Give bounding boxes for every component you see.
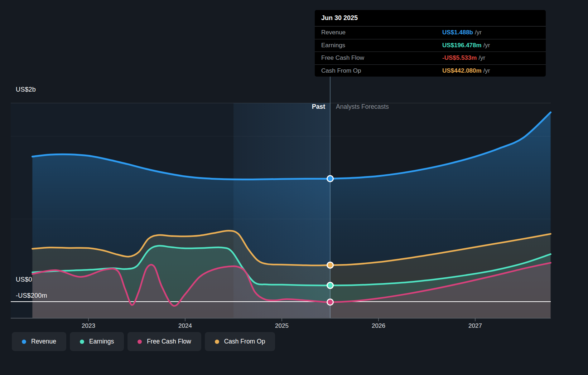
- earnings-legend-dot-icon: [80, 340, 84, 344]
- tooltip-row-earnings: Earnings US$196.478m/yr: [315, 39, 546, 52]
- legend-label-cash-from-op: Cash From Op: [224, 338, 265, 345]
- earnings-revenue-growth-chart: US$2b US$0 -US$200m Past Analysts Foreca…: [0, 0, 588, 375]
- legend-item-earnings[interactable]: Earnings: [70, 332, 124, 351]
- tooltip-unit-earnings: /yr: [483, 42, 490, 49]
- tooltip-label-earnings: Earnings: [321, 42, 345, 49]
- tooltip-unit-revenue: /yr: [475, 29, 482, 36]
- past-label: Past: [312, 103, 325, 111]
- x-axis-label-2024: 2024: [171, 322, 199, 330]
- y-axis-label-2b: US$2b: [16, 86, 36, 93]
- cash-from-op-legend-dot-icon: [215, 340, 219, 344]
- legend-label-free-cash-flow: Free Cash Flow: [147, 338, 191, 345]
- tooltip-label-revenue: Revenue: [321, 29, 346, 36]
- y-axis-label-neg200m: -US$200m: [16, 292, 47, 299]
- free-cash-flow-marker: [327, 299, 333, 305]
- legend-item-revenue[interactable]: Revenue: [12, 332, 66, 351]
- tooltip-value-free-cash-flow: -US$5.533m: [442, 54, 477, 61]
- tooltip-value-cash-from-op: US$442.080m: [442, 67, 482, 74]
- chart-tooltip: Jun 30 2025 Revenue US$1.488b/yr Earning…: [315, 10, 546, 77]
- analysts-forecasts-label: Analysts Forecasts: [336, 103, 389, 111]
- tooltip-label-free-cash-flow: Free Cash Flow: [321, 54, 364, 62]
- cash-from-op-marker: [327, 262, 333, 268]
- tooltip-unit-cash-from-op: /yr: [483, 67, 490, 74]
- x-axis-label-2023: 2023: [74, 322, 103, 330]
- x-axis-label-2025: 2025: [268, 322, 296, 330]
- legend-label-revenue: Revenue: [31, 338, 56, 345]
- tooltip-unit-free-cash-flow: /yr: [478, 54, 485, 61]
- tooltip-row-revenue: Revenue US$1.488b/yr: [315, 26, 546, 39]
- tooltip-value-earnings: US$196.478m: [442, 42, 482, 49]
- x-axis-label-2027: 2027: [461, 322, 490, 330]
- tooltip-row-free-cash-flow: Free Cash Flow -US$5.533m/yr: [315, 52, 546, 65]
- legend-item-cash-from-op[interactable]: Cash From Op: [205, 332, 275, 351]
- x-axis-label-2026: 2026: [364, 322, 393, 330]
- y-axis-label-0: US$0: [16, 276, 32, 283]
- legend-item-free-cash-flow[interactable]: Free Cash Flow: [127, 332, 201, 351]
- free-cash-flow-legend-dot-icon: [138, 340, 142, 344]
- revenue-marker: [327, 176, 333, 182]
- tooltip-value-revenue: US$1.488b: [442, 29, 473, 36]
- revenue-legend-dot-icon: [22, 340, 26, 344]
- earnings-marker: [327, 282, 333, 288]
- tooltip-date: Jun 30 2025: [315, 10, 546, 26]
- tooltip-row-cash-from-op: Cash From Op US$442.080m/yr: [315, 65, 546, 77]
- chart-legend: Revenue Earnings Free Cash Flow Cash Fro…: [12, 332, 275, 351]
- legend-label-earnings: Earnings: [89, 338, 114, 345]
- tooltip-label-cash-from-op: Cash From Op: [321, 67, 361, 74]
